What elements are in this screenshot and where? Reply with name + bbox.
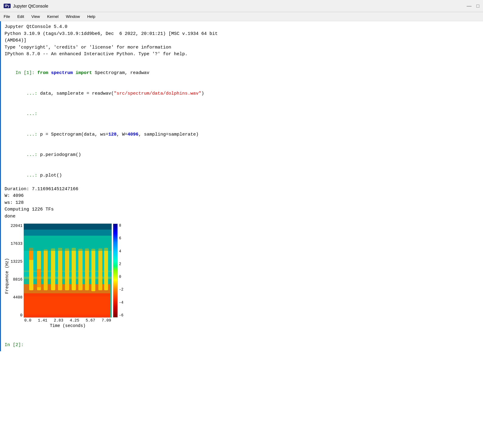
code-num1: 128 bbox=[108, 132, 117, 137]
code-periodogram: p.periodogram() bbox=[40, 152, 81, 157]
title-bar-controls: — □ bbox=[467, 3, 479, 9]
cell1-line3: ...: bbox=[5, 104, 479, 125]
prompt-cont-1: ...: bbox=[15, 91, 40, 96]
code-num2: 4096 bbox=[128, 132, 138, 137]
svg-rect-17 bbox=[91, 249, 95, 291]
y-tick-1: 17633 bbox=[11, 241, 22, 246]
svg-rect-15 bbox=[78, 249, 83, 290]
title-bar: IPy Jupyter QtConsole — □ bbox=[0, 0, 483, 12]
svg-rect-24 bbox=[24, 236, 112, 251]
spectrogram-image bbox=[24, 224, 112, 318]
prompt-cont-4: ...: bbox=[15, 152, 40, 157]
version-line5: IPython 8.7.0 -- An enhanced Interactive… bbox=[5, 51, 479, 58]
y-axis-label: Frequence (Hz) bbox=[5, 258, 9, 294]
menu-window[interactable]: Window bbox=[65, 14, 81, 19]
cell2-prompt[interactable]: In [2]: bbox=[5, 342, 479, 349]
prompt-in-1: In [1]: bbox=[15, 70, 37, 76]
prompt-cont-5: ...: bbox=[15, 173, 40, 178]
version-line4: Type 'copyright', 'credits' or 'license'… bbox=[5, 44, 479, 51]
colorbar bbox=[113, 224, 118, 318]
svg-rect-18 bbox=[98, 248, 102, 290]
svg-rect-16 bbox=[85, 248, 89, 290]
x-tick-3: 4.25 bbox=[70, 318, 79, 323]
cb-tick-2: 4 bbox=[119, 249, 123, 254]
output-W: W: 4096 bbox=[5, 193, 479, 200]
output-ws: ws: 128 bbox=[5, 200, 479, 207]
svg-rect-13 bbox=[65, 248, 69, 290]
code-readwav: data, samplerate = readwav( bbox=[40, 91, 114, 96]
svg-rect-19 bbox=[104, 248, 108, 290]
output-duration: Duration: 7.116961451247166 bbox=[5, 186, 479, 193]
y-tick-0: 22041 bbox=[11, 224, 22, 228]
cb-tick-6: -4 bbox=[119, 301, 123, 305]
svg-rect-14 bbox=[72, 248, 76, 290]
menu-edit[interactable]: Edit bbox=[16, 14, 25, 19]
code-spectrogram: p = Spectrogram(data, ws= bbox=[40, 132, 108, 137]
ipython-icon: IPy bbox=[4, 4, 11, 8]
cb-tick-3: 2 bbox=[119, 262, 123, 266]
title-bar-left: IPy Jupyter QtConsole bbox=[4, 4, 48, 8]
y-tick-3: 8816 bbox=[13, 277, 22, 282]
code-end: , sampling=samplerate) bbox=[138, 132, 199, 137]
x-tick-1: 1.41 bbox=[38, 318, 47, 323]
cb-tick-1: 6 bbox=[119, 236, 123, 241]
code-str: "src/spectrum/data/dolphins.wav" bbox=[114, 91, 201, 96]
cell1-line6: ...: p.plot() bbox=[5, 165, 479, 186]
x-tick-0: 0.0 bbox=[24, 318, 31, 323]
menu-view[interactable]: View bbox=[30, 14, 41, 19]
x-ticks: 0.0 1.41 2.83 4.25 5.67 7.09 bbox=[24, 318, 112, 323]
cell1-line4: ...: p = Spectrogram(data, ws=128, W=409… bbox=[5, 124, 479, 145]
y-ticks: 22041 17633 13225 8816 4408 0 bbox=[11, 224, 24, 318]
svg-rect-10 bbox=[44, 249, 48, 290]
x-axis-label: Time (seconds) bbox=[24, 323, 112, 328]
menu-file[interactable]: File bbox=[2, 14, 11, 19]
console-area[interactable]: Jupyter QtConsole 5.4.0 Python 3.10.9 (t… bbox=[0, 21, 483, 351]
y-tick-4: 4408 bbox=[13, 295, 22, 300]
version-line3: (AMD64)] bbox=[5, 37, 479, 44]
colorbar-area: 8 6 4 2 0 -2 -4 -6 bbox=[113, 224, 123, 318]
svg-rect-12 bbox=[58, 248, 62, 290]
x-tick-2: 2.83 bbox=[54, 318, 63, 323]
window-title: Jupyter QtConsole bbox=[13, 4, 48, 8]
kw-import: import bbox=[73, 70, 95, 76]
x-tick-4: 5.67 bbox=[86, 318, 95, 323]
plot-container: Frequence (Hz) 22041 17633 13225 8816 44… bbox=[5, 224, 479, 328]
cb-tick-5: -2 bbox=[119, 288, 123, 292]
svg-rect-23 bbox=[24, 224, 112, 230]
code-mid: , W= bbox=[117, 132, 128, 137]
cell1-line2: ...: data, samplerate = readwav("src/spe… bbox=[5, 83, 479, 104]
plot-inner: 0.0 1.41 2.83 4.25 5.67 7.09 Time (secon… bbox=[24, 224, 112, 328]
y-tick-2: 13225 bbox=[11, 259, 22, 264]
y-tick-5: 0 bbox=[20, 313, 22, 318]
maximize-button[interactable]: □ bbox=[476, 3, 479, 9]
svg-rect-11 bbox=[51, 248, 55, 290]
cb-tick-7: -6 bbox=[119, 313, 123, 318]
output-done: done bbox=[5, 213, 479, 220]
prompt-cont-3: ...: bbox=[15, 132, 40, 137]
svg-rect-20 bbox=[24, 277, 112, 279]
menu-kernel[interactable]: Kernel bbox=[46, 14, 60, 19]
cell1-line5: ...: p.periodogram() bbox=[5, 145, 479, 166]
menu-help[interactable]: Help bbox=[86, 14, 97, 19]
version-line1: Jupyter QtConsole 5.4.0 bbox=[5, 24, 479, 31]
cell1-line1: In [1]: from spectrum import Spectrogram… bbox=[5, 63, 479, 84]
output-computing: Computing 1226 TFs bbox=[5, 206, 479, 213]
code-paren: ) bbox=[201, 91, 204, 96]
svg-rect-5 bbox=[24, 296, 110, 315]
code-plot: p.plot() bbox=[40, 173, 62, 178]
x-tick-5: 7.09 bbox=[102, 318, 111, 323]
version-line2: Python 3.10.9 (tags/v3.10.9:1dd9be6, Dec… bbox=[5, 31, 479, 38]
import-names: Spectrogram, readwav bbox=[95, 70, 149, 76]
kw-from: from bbox=[37, 70, 51, 76]
menu-bar: File Edit View Kernel Window Help bbox=[0, 12, 483, 21]
prompt-cont-2: ...: bbox=[15, 111, 40, 116]
mod-spectrum: spectrum bbox=[51, 70, 73, 76]
svg-rect-21 bbox=[24, 271, 112, 272]
cb-tick-4: 0 bbox=[119, 275, 123, 279]
cb-tick-0: 8 bbox=[119, 224, 123, 228]
minimize-button[interactable]: — bbox=[467, 3, 471, 9]
colorbar-ticks: 8 6 4 2 0 -2 -4 -6 bbox=[118, 224, 123, 318]
